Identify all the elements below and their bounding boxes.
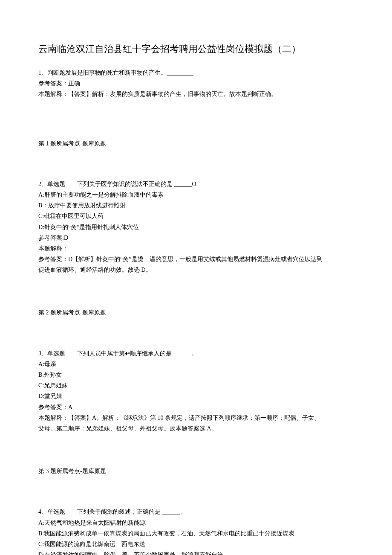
q2-meta: 第 2 题所属考点-题库原题 bbox=[38, 307, 354, 318]
q3-answer: 参考答案：A bbox=[38, 402, 354, 413]
q2-explain-1: 参考答案：D【解析】针灸中的“灸”是烫、温的意思，一般是用艾绒或其他易燃材料烫温… bbox=[38, 254, 354, 264]
q3-option-a: A:母亲 bbox=[38, 359, 354, 369]
question-3: 3、单选题 下列人员中属于第♦•顺序继承人的是 ______。 A:母亲 B:外… bbox=[38, 348, 354, 434]
q1-meta: 第 1 题所属考点-题库原题 bbox=[38, 138, 354, 149]
q2-explain-label: 本题解释： bbox=[38, 243, 354, 254]
q3-option-d: D:堂兄妹 bbox=[38, 391, 354, 401]
q1-stem: 1、判断题发展是旧事物的死亡和新事物的产生。_________ bbox=[38, 67, 354, 78]
q3-option-c: C:兄弟姐妹 bbox=[38, 380, 354, 391]
q3-stem: 3、单选题 下列人员中属于第♦•顺序继承人的是 ______。 bbox=[38, 348, 354, 359]
q2-option-b: B：放疗中要使用放射线进行照射 bbox=[38, 200, 354, 211]
q4-option-a: A:天然气和地热是来自太阳辐射的新能源 bbox=[38, 517, 354, 528]
q2-option-c: C:砒霜在中医里可以人药 bbox=[38, 211, 354, 221]
q3-option-b: B:外孙女 bbox=[38, 369, 354, 380]
q3-explain-1: 本题解释：【答案】A。解析：《继承法》第 10 条规定，遗产按照下列顺序继承：第… bbox=[38, 413, 354, 423]
q4-option-c: C:我国能源的流向是北煤南运、西电东送 bbox=[38, 539, 354, 549]
document-title: 云南临沧双江自治县红十字会招考聘用公益性岗位模拟题（二） bbox=[38, 43, 354, 55]
q2-stem: 2、单选题 下列关于医学知识的说法不正确的是 ______O bbox=[38, 179, 354, 189]
question-2: 2、单选题 下列关于医学知识的说法不正确的是 ______O A:肝脏的主要功能… bbox=[38, 179, 354, 276]
q3-meta: 第 3 题所属考点-题库原题 bbox=[38, 466, 354, 477]
q3-explain-2: 父母。第二顺序：兄弟姐妹、祖父母、外祖父母。故本题答案选 A。 bbox=[38, 423, 354, 434]
q2-answer: 参考答案:D bbox=[38, 232, 354, 243]
q4-option-d: D:在经济发达的国家中，除俄、美、英等少数国家外。能源都不能自给 bbox=[38, 549, 354, 555]
q2-option-a: A:肝脏的主要功能之一是分解排除血液中的毒素 bbox=[38, 189, 354, 200]
q2-explain-2: 促进血液循环、通经活络的功效。故选 D。 bbox=[38, 264, 354, 275]
q4-stem: 4、单选题 下列关于能源的叙述，正确的是 ______。 bbox=[38, 506, 354, 517]
question-1: 1、判断题发展是旧事物的死亡和新事物的产生。_________ 参考答案：正确 … bbox=[38, 67, 354, 100]
q1-explain: 本题解释：【答案】解析：发展的实质是新事物的产生，旧事物的灭亡。故本题判断正确。 bbox=[38, 89, 354, 99]
q4-option-b: B:我国能源消费构成单一依靠煤炭的局面已大有改变，石油、天然气和水电的比重已十分… bbox=[38, 528, 354, 539]
q1-answer: 参考答案：正确 bbox=[38, 78, 354, 89]
q2-option-d: D:针灸中的“灸”是指用针扎刺人体穴位 bbox=[38, 222, 354, 232]
question-4: 4、单选题 下列关于能源的叙述，正确的是 ______。 A:天然气和地热是来自… bbox=[38, 506, 354, 555]
